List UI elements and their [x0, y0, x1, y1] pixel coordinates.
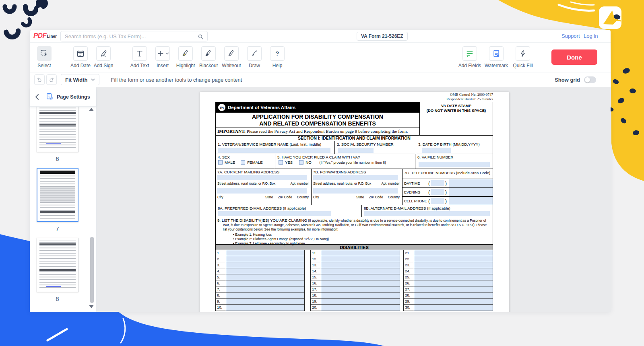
checkbox[interactable] [279, 160, 283, 165]
tool-add-fields[interactable]: Add Fields [457, 46, 482, 68]
sidebar-scrollbar[interactable] [90, 237, 94, 303]
page-settings-icon [45, 93, 54, 101]
disability-input[interactable] [226, 280, 304, 286]
tool-whiteout[interactable]: Whiteout [221, 46, 242, 68]
disability-input[interactable] [226, 292, 304, 298]
disability-input[interactable] [226, 274, 304, 280]
checkbox-label: FEMALE [247, 160, 262, 165]
tool-select[interactable]: Select [34, 46, 54, 68]
disability-input[interactable] [321, 292, 400, 298]
tool-watermark[interactable]: Watermark [484, 46, 509, 68]
search-input[interactable] [61, 31, 207, 41]
checkbox[interactable] [299, 160, 303, 165]
preferred-email-input[interactable] [218, 211, 331, 216]
tool-quick-fill[interactable]: Quick Fill [510, 46, 535, 68]
show-grid-toggle[interactable] [584, 76, 596, 83]
done-button[interactable]: Done [551, 49, 597, 65]
forwarding-address-city-input[interactable] [313, 188, 398, 194]
disability-input[interactable] [321, 274, 400, 280]
scroll-up-arrow[interactable] [89, 108, 94, 111]
disability-input[interactable] [321, 280, 400, 286]
area-code-input[interactable] [431, 189, 444, 195]
tool-add-text[interactable]: Add Text [130, 46, 150, 68]
area-code-input[interactable] [431, 180, 444, 186]
disability-input[interactable] [414, 274, 493, 280]
disability-input[interactable] [226, 256, 304, 262]
undo-icon [36, 76, 43, 83]
forwarding-address-street-input[interactable] [313, 175, 398, 180]
disability-input[interactable] [414, 262, 493, 268]
disability-input[interactable] [321, 250, 400, 256]
disability-row: 1. [216, 250, 304, 256]
page-thumbnail-8[interactable] [37, 238, 78, 292]
pdfliner-logo[interactable]: PDF Liner [33, 32, 57, 40]
disability-row: 13. [311, 262, 400, 268]
disability-input[interactable] [414, 292, 493, 298]
area-code-input[interactable] [431, 198, 444, 204]
login-link[interactable]: Log in [584, 33, 598, 39]
disability-input[interactable] [321, 286, 400, 292]
tool-highlight[interactable]: Highlight [175, 46, 196, 68]
disability-input[interactable] [321, 299, 400, 304]
current-address-street-input[interactable] [217, 175, 307, 180]
veteran-name-input[interactable] [218, 148, 330, 153]
disability-row: 16. [311, 280, 400, 286]
checkbox-label: NO [305, 160, 311, 165]
disability-input[interactable] [414, 286, 493, 292]
page-settings-button[interactable]: Page Settings [45, 93, 90, 101]
tool-add-date[interactable]: Add Date [70, 46, 91, 68]
field-5-note: (If "Yes," provide your file number in I… [320, 161, 386, 165]
zoom-select[interactable]: Fit Width [61, 74, 99, 85]
address-caption: Street address, rural route, or P.O. Box… [313, 181, 400, 185]
phone-number-input[interactable] [449, 188, 493, 196]
disability-input[interactable] [226, 250, 304, 256]
disability-input[interactable] [321, 256, 400, 262]
disability-input[interactable] [414, 305, 493, 311]
ssn-input[interactable] [338, 148, 374, 153]
support-link[interactable]: Support [561, 33, 580, 39]
phone-number-input[interactable] [449, 179, 493, 187]
search-icon[interactable] [197, 33, 204, 40]
disability-input[interactable] [226, 286, 304, 292]
paren: ) [445, 181, 447, 186]
tool-draw[interactable]: Draw [244, 46, 264, 68]
disability-input[interactable] [414, 250, 493, 256]
disability-input[interactable] [226, 268, 304, 274]
disability-input[interactable] [226, 299, 304, 304]
disability-input[interactable] [321, 268, 400, 274]
disability-input[interactable] [226, 305, 304, 311]
disability-input[interactable] [321, 262, 400, 268]
disability-input[interactable] [414, 280, 493, 286]
alternate-email-input[interactable] [364, 211, 490, 216]
tool-add-sign[interactable]: Add Sign [93, 46, 114, 68]
va-logo: VA [218, 104, 225, 111]
disability-number: 22. [404, 256, 414, 262]
redo-button[interactable] [46, 74, 57, 85]
page-thumbnail-6[interactable] [37, 107, 78, 152]
disability-input[interactable] [321, 305, 400, 311]
va-file-number-input[interactable] [419, 162, 490, 167]
undo-button[interactable] [34, 74, 45, 85]
page-thumbnail-7[interactable] [37, 168, 78, 222]
tool-label: Insert [157, 63, 169, 68]
scroll-down-arrow[interactable] [89, 305, 94, 308]
collapse-sidebar-button[interactable] [35, 94, 39, 100]
tool-help[interactable]: ?Help [267, 46, 287, 68]
disability-row: 29. [404, 299, 493, 305]
disability-input[interactable] [414, 256, 493, 262]
disability-input[interactable] [414, 299, 493, 304]
phone-number-input[interactable] [449, 197, 493, 205]
current-address-city-input[interactable] [217, 188, 307, 194]
checkbox-option: FEMALE [241, 160, 262, 165]
checkbox[interactable] [218, 160, 223, 165]
checkbox[interactable] [241, 160, 245, 165]
tool-blackout[interactable]: Blackout [198, 46, 219, 68]
field-4-label: 4. SEX [218, 155, 230, 159]
disability-input[interactable] [226, 262, 304, 268]
tool-insert[interactable]: Insert [153, 46, 173, 68]
show-grid-label: Show grid [555, 77, 580, 83]
disabilities-column: 11.12.13.14.15.16.17.18.19.20. [310, 250, 400, 311]
disability-input[interactable] [414, 268, 493, 274]
dob-input[interactable] [422, 148, 451, 153]
field-8b-label: 8B. ALTERNATE E-MAIL ADDRESS (If applica… [364, 206, 450, 210]
